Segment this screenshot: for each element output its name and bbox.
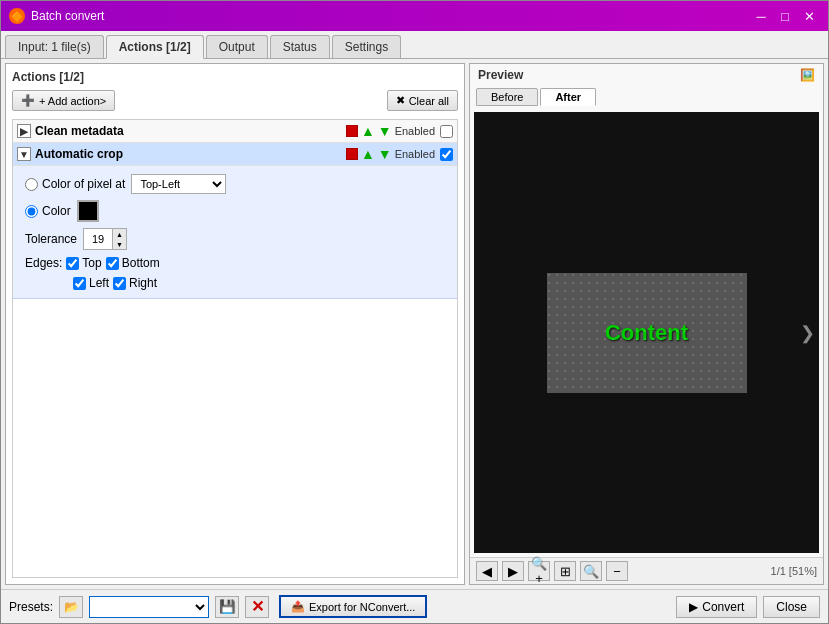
- tab-after[interactable]: After: [540, 88, 596, 106]
- expand-automatic-crop[interactable]: ▼: [17, 147, 31, 161]
- preview-header: Preview 🖼️: [470, 64, 823, 86]
- tab-settings[interactable]: Settings: [332, 35, 401, 58]
- zoom-in-button[interactable]: 🔍+: [528, 561, 550, 581]
- tabs-bar: Input: 1 file(s) Actions [1/2] Output St…: [1, 31, 828, 59]
- bottom-bar: Presets: 📂 💾 ✕ 📤 Export for NConvert... …: [1, 589, 828, 623]
- move-up-automatic-crop-button[interactable]: ▲: [361, 146, 375, 162]
- right-edge-checkbox[interactable]: [113, 277, 126, 290]
- add-icon: ➕: [21, 94, 35, 107]
- preview-tabs: Before After: [470, 86, 823, 108]
- top-edge-label[interactable]: Top: [66, 256, 101, 270]
- fit-page-button[interactable]: ⊞: [554, 561, 576, 581]
- presets-dropdown[interactable]: [89, 596, 209, 618]
- right-panel: Preview 🖼️ Before After Content ❯ ◀ ▶ 🔍+…: [469, 63, 824, 585]
- window-title: Batch convert: [31, 9, 104, 23]
- preview-image: Content: [547, 273, 747, 393]
- title-bar: 🔶 Batch convert ─ □ ✕: [1, 1, 828, 31]
- color-swatch[interactable]: [77, 200, 99, 222]
- app-icon: 🔶: [9, 8, 25, 24]
- export-button[interactable]: 📤 Export for NConvert...: [279, 595, 427, 618]
- export-icon: 📤: [291, 600, 305, 613]
- zoom-out-button[interactable]: 🔍: [580, 561, 602, 581]
- maximize-button[interactable]: □: [774, 5, 796, 27]
- bottom-edge-label[interactable]: Bottom: [106, 256, 160, 270]
- action-row-automatic-crop: ▼ Automatic crop ▲ ▼ Enabled: [13, 143, 457, 166]
- remove-clean-metadata-button[interactable]: [346, 125, 358, 137]
- action-list: ▶ Clean metadata ▲ ▼ Enabled ▼: [12, 119, 458, 578]
- pixel-color-radio-label[interactable]: Color of pixel at: [25, 177, 125, 191]
- color-radio-label[interactable]: Color: [25, 204, 71, 218]
- preview-toolbar: ◀ ▶ 🔍+ ⊞ 🔍 − 1/1 [51%]: [470, 557, 823, 584]
- enabled-checkbox-automatic-crop[interactable]: [440, 148, 453, 161]
- action-detail: Color of pixel at Top-Left Top-Right Bot…: [13, 166, 457, 299]
- clear-icon: ✖: [396, 94, 405, 107]
- preview-info: 1/1 [51%]: [771, 565, 817, 577]
- tab-input[interactable]: Input: 1 file(s): [5, 35, 104, 58]
- convert-button[interactable]: ▶ Convert: [676, 596, 757, 618]
- enabled-checkbox-clean-metadata[interactable]: [440, 125, 453, 138]
- move-down-clean-metadata-button[interactable]: ▼: [378, 123, 392, 139]
- preview-canvas: Content ❯: [474, 112, 819, 553]
- window-controls: ─ □ ✕: [750, 5, 820, 27]
- top-edge-checkbox[interactable]: [66, 257, 79, 270]
- enabled-label-clean-metadata: Enabled: [395, 125, 435, 137]
- bottom-edge-checkbox[interactable]: [106, 257, 119, 270]
- right-edge-label[interactable]: Right: [113, 276, 157, 290]
- minimize-button[interactable]: ─: [750, 5, 772, 27]
- texture-overlay: [547, 273, 747, 393]
- tolerance-input[interactable]: [84, 232, 112, 246]
- edges-row: Edges: Top Bottom: [25, 256, 445, 270]
- zoom-actual-button[interactable]: −: [606, 561, 628, 581]
- main-window: 🔶 Batch convert ─ □ ✕ Input: 1 file(s) A…: [0, 0, 829, 624]
- action-name-clean-metadata: Clean metadata: [35, 124, 342, 138]
- close-button[interactable]: Close: [763, 596, 820, 618]
- move-down-automatic-crop-button[interactable]: ▼: [378, 146, 392, 162]
- tab-before[interactable]: Before: [476, 88, 538, 106]
- close-window-button[interactable]: ✕: [798, 5, 820, 27]
- presets-save-button[interactable]: 💾: [215, 596, 239, 618]
- next-image-button[interactable]: ▶: [502, 561, 524, 581]
- left-edge-checkbox[interactable]: [73, 277, 86, 290]
- tab-output[interactable]: Output: [206, 35, 268, 58]
- expand-clean-metadata[interactable]: ▶: [17, 124, 31, 138]
- presets-open-button[interactable]: 📂: [59, 596, 83, 618]
- clear-all-button[interactable]: ✖ Clear all: [387, 90, 458, 111]
- action-row-clean-metadata: ▶ Clean metadata ▲ ▼ Enabled: [13, 120, 457, 143]
- edges-row2: Left Right: [25, 276, 445, 290]
- tolerance-up-button[interactable]: ▲: [112, 229, 126, 239]
- bottom-right: ▶ Convert Close: [676, 596, 820, 618]
- panel-title: Actions [1/2]: [12, 70, 458, 84]
- pixel-color-radio[interactable]: [25, 178, 38, 191]
- preview-title: Preview: [478, 68, 523, 82]
- actions-toolbar: ➕ + Add action> ✖ Clear all: [12, 90, 458, 111]
- expand-preview-arrow[interactable]: ❯: [800, 322, 815, 344]
- action-name-automatic-crop: Automatic crop: [35, 147, 342, 161]
- presets-label: Presets:: [9, 600, 53, 614]
- left-edge-label[interactable]: Left: [73, 276, 109, 290]
- prev-image-button[interactable]: ◀: [476, 561, 498, 581]
- move-up-clean-metadata-button[interactable]: ▲: [361, 123, 375, 139]
- tolerance-down-button[interactable]: ▼: [112, 239, 126, 249]
- main-content: Actions [1/2] ➕ + Add action> ✖ Clear al…: [1, 59, 828, 589]
- add-action-button[interactable]: ➕ + Add action>: [12, 90, 115, 111]
- presets-delete-button[interactable]: ✕: [245, 596, 269, 618]
- color-radio[interactable]: [25, 205, 38, 218]
- tab-actions[interactable]: Actions [1/2]: [106, 35, 204, 59]
- tolerance-spinner: ▲ ▼: [83, 228, 127, 250]
- pixel-position-dropdown[interactable]: Top-Left Top-Right Bottom-Left Bottom-Ri…: [131, 174, 226, 194]
- remove-automatic-crop-button[interactable]: [346, 148, 358, 160]
- enabled-label-automatic-crop: Enabled: [395, 148, 435, 160]
- left-panel: Actions [1/2] ➕ + Add action> ✖ Clear al…: [5, 63, 465, 585]
- preview-icon: 🖼️: [800, 68, 815, 82]
- tab-status[interactable]: Status: [270, 35, 330, 58]
- convert-icon: ▶: [689, 600, 698, 614]
